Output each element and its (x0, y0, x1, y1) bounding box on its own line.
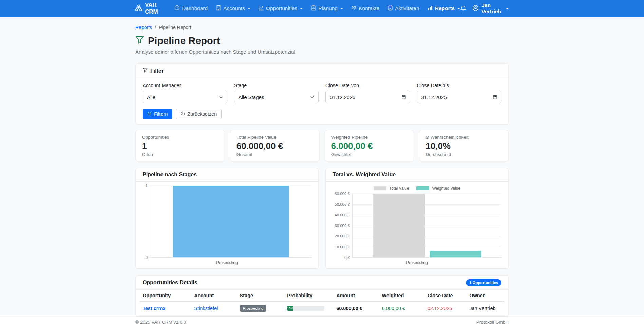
col-stage: Stage (236, 290, 284, 302)
stage-field: Stage Alle Stages (234, 83, 319, 103)
x-axis: Prospecting (333, 258, 501, 265)
stat-card-weighted-pipeline: Weighted Pipeline 6.000,00 € Gewichtet (325, 130, 414, 161)
brand-label: VAR CRM (145, 2, 166, 15)
stage-value: Alle Stages (239, 94, 264, 100)
close-date-von-value: 01.12.2025 (330, 94, 355, 100)
stage-select[interactable]: Alle Stages (234, 91, 319, 103)
account-link[interactable]: Stinkstiefel (194, 306, 218, 311)
nav-label: Aktivitäten (395, 5, 419, 12)
close-date-von-label: Close Date von (325, 83, 410, 88)
breadcrumb-current: Pipeline Report (159, 25, 191, 30)
chart-title: Total vs. Weighted Value (326, 168, 508, 182)
account-manager-field: Account Manager Alle (143, 83, 227, 103)
building-icon (216, 5, 221, 12)
col-close-date: Close Date (424, 290, 466, 302)
close-date-von-input[interactable]: 01.12.2025 (325, 91, 410, 103)
close-date-bis-field: Close Date bis 31.12.2025 (417, 83, 502, 103)
table-title: Opportunities Details (143, 280, 197, 286)
person-circle-icon (472, 5, 479, 13)
probability-bar: 10% (287, 306, 324, 311)
page-subtitle: Analyse deiner offenen Opportunities nac… (135, 49, 509, 55)
filter-apply-label: Filtern (154, 111, 168, 117)
nav-accounts[interactable]: Accounts (216, 5, 250, 12)
nav-reports[interactable]: Reports (428, 5, 460, 12)
nav-kontakte[interactable]: Kontakte (351, 5, 379, 12)
nav-label: Accounts (223, 5, 245, 12)
col-account: Account (191, 290, 236, 302)
opportunity-link[interactable]: Test crm2 (143, 306, 165, 311)
breadcrumb-separator: / (155, 25, 156, 30)
stat-sub: Offen (142, 152, 219, 157)
plot-area (352, 194, 501, 258)
funnel-icon (135, 35, 144, 46)
close-date-cell: 02.12.2025 (424, 302, 466, 316)
stat-sub: Gesamt (236, 152, 313, 157)
chevron-down-icon (300, 8, 303, 9)
chevron-down-icon (340, 8, 343, 9)
stat-card-opportunities: Opportunities 1 Offen (135, 130, 225, 161)
funnel-icon (147, 111, 152, 117)
stat-sub: Gewichtet (331, 152, 408, 157)
col-weighted: Weighted (378, 290, 424, 302)
chevron-down-icon (248, 8, 250, 9)
user-name: Jan Vertrieb (481, 2, 503, 15)
nav-label: Reports (435, 5, 455, 12)
chart-title: Pipeline nach Stages (136, 168, 318, 182)
nav-opportunities[interactable]: Opportunities (259, 5, 303, 12)
chevron-down-icon (457, 8, 460, 9)
stat-label: Total Pipeline Value (236, 135, 313, 140)
stage-badge: Prospecting (240, 305, 267, 312)
nav-planung[interactable]: Planung (311, 5, 343, 12)
nav-dashboard[interactable]: Dashboard (174, 5, 208, 12)
chart-bar (173, 186, 289, 257)
chart-legend: Total ValueWeighted Value (333, 186, 501, 191)
nav-label: Dashboard (182, 5, 208, 12)
account-manager-value: Alle (147, 94, 155, 100)
chart-total-weighted: Total vs. Weighted Value Total ValueWeig… (325, 168, 509, 269)
footer-copyright: © 2025 VAR CRM v2.0.0 (135, 320, 186, 324)
page-title-text: Pipeline Report (148, 35, 220, 46)
nav-aktivitaeten[interactable]: Aktivitäten (387, 5, 419, 12)
chevron-down-icon (219, 95, 223, 99)
filter-reset-label: Zurücksetzen (187, 111, 217, 117)
y-axis: 60.000 €50.000 €40.000 €30.000 €20.000 €… (333, 194, 352, 258)
filter-card: Filter Account Manager Alle Stage Alle S… (135, 63, 509, 125)
probability-fill: 10% (287, 306, 293, 311)
breadcrumb-reports-link[interactable]: Reports (135, 25, 152, 30)
stat-card-probability: Ø Wahrscheinlichkeit 10,0% Durchschnitt (419, 130, 509, 161)
page-title: Pipeline Report (135, 35, 509, 46)
close-date-bis-input[interactable]: 31.12.2025 (417, 91, 502, 103)
col-amount: Amount (333, 290, 378, 302)
filter-title: Filter (150, 68, 164, 74)
amount-cell: 60.000,00 € (333, 302, 378, 316)
nav-label: Kontakte (359, 5, 379, 12)
close-date-von-field: Close Date von 01.12.2025 (325, 83, 410, 103)
org-chart-icon (135, 4, 142, 13)
funnel-icon (143, 68, 148, 74)
filter-card-header: Filter (136, 64, 508, 78)
main-content: Reports / Pipeline Report Pipeline Repor… (135, 17, 509, 317)
stat-value: 10,0% (425, 141, 502, 151)
table-header-row: Opportunity Account Stage Probability Am… (140, 290, 504, 302)
nav-links: Dashboard Accounts Opportunities Planung… (174, 5, 460, 12)
account-manager-select[interactable]: Alle (143, 91, 227, 103)
opportunities-table: Opportunity Account Stage Probability Am… (140, 290, 504, 316)
stat-card-total-pipeline: Total Pipeline Value 60.000,00 € Gesamt (230, 130, 320, 161)
col-opportunity: Opportunity (140, 290, 191, 302)
clipboard-chart-icon (311, 5, 316, 12)
account-manager-label: Account Manager (143, 83, 227, 88)
opportunities-table-card: Opportunities Details 1 Opportunities Op… (135, 275, 509, 317)
nav-label: Planung (318, 5, 338, 12)
brand[interactable]: VAR CRM (135, 2, 166, 15)
chart-bar (373, 194, 425, 257)
filter-apply-button[interactable]: Filtern (143, 109, 172, 119)
opportunities-count-badge[interactable]: 1 Opportunities (466, 279, 501, 286)
user-menu[interactable]: Jan Vertrieb (472, 2, 509, 15)
filter-reset-button[interactable]: Zurücksetzen (176, 109, 222, 119)
nav-label: Opportunities (266, 5, 297, 12)
notifications-bell-icon[interactable] (460, 5, 466, 12)
x-axis: Prospecting (143, 258, 311, 265)
chevron-down-icon (310, 95, 315, 99)
graph-up-icon (259, 5, 264, 12)
y-axis: 10 (143, 186, 150, 258)
